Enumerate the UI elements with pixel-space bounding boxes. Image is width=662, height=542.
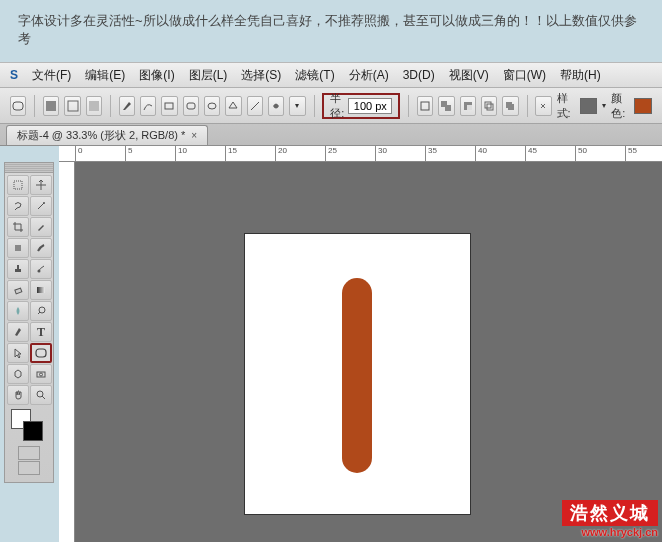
dodge-tool[interactable] [30, 301, 52, 321]
menu-view[interactable]: 视图(V) [449, 67, 489, 84]
rounded-rect-tool[interactable] [30, 343, 52, 363]
healing-tool[interactable] [7, 238, 29, 258]
quickmask-toggle[interactable] [18, 446, 40, 460]
canvas-area[interactable] [75, 162, 662, 542]
close-icon[interactable]: × [191, 130, 197, 141]
blur-tool[interactable] [7, 301, 29, 321]
svg-rect-5 [187, 103, 195, 109]
color-picker[interactable] [5, 407, 53, 445]
menu-select[interactable]: 选择(S) [241, 67, 281, 84]
ruler-tick: 5 [125, 146, 132, 162]
mode-add-icon[interactable] [438, 96, 454, 116]
wand-tool[interactable] [30, 196, 52, 216]
svg-rect-9 [421, 102, 429, 110]
crop-tool[interactable] [7, 217, 29, 237]
tutorial-banner: 字体设计多在灵活性~所以做成什么样全凭自己喜好，不推荐照搬，甚至可以做成三角的！… [0, 0, 662, 62]
lasso-tool[interactable] [7, 196, 29, 216]
menu-3d[interactable]: 3D(D) [403, 68, 435, 82]
line-icon[interactable] [247, 96, 263, 116]
svg-point-19 [43, 202, 45, 204]
svg-rect-23 [37, 287, 45, 293]
hand-tool[interactable] [7, 385, 29, 405]
svg-rect-18 [14, 181, 22, 189]
3d-tool[interactable] [7, 364, 29, 384]
rectangle-icon[interactable] [161, 96, 177, 116]
eyedropper-tool[interactable] [30, 217, 52, 237]
svg-line-25 [38, 312, 40, 314]
svg-point-6 [208, 103, 216, 109]
ruler-tick: 50 [575, 146, 587, 162]
history-brush-tool[interactable] [30, 259, 52, 279]
toolbox-grip[interactable] [5, 163, 53, 173]
mode-exclude-icon[interactable] [502, 96, 518, 116]
shape-dropdown-icon[interactable]: ▾ [289, 96, 305, 116]
rounded-rect-shape[interactable] [342, 278, 372, 473]
menu-filter[interactable]: 滤镜(T) [295, 67, 334, 84]
ellipse-icon[interactable] [204, 96, 220, 116]
menu-analysis[interactable]: 分析(A) [349, 67, 389, 84]
style-label: 样式: [557, 91, 575, 121]
app-logo: S [10, 68, 18, 82]
pen-tool[interactable] [7, 322, 29, 342]
svg-rect-14 [485, 102, 491, 108]
polygon-icon[interactable] [225, 96, 241, 116]
screenmode-toggle[interactable] [18, 461, 40, 475]
tab-title: 标题-4 @ 33.3% (形状 2, RGB/8) * [17, 128, 185, 143]
link-icon[interactable] [535, 96, 551, 116]
toolbox: T [4, 162, 54, 483]
svg-rect-20 [15, 245, 21, 251]
path-select-tool[interactable] [7, 343, 29, 363]
type-tool[interactable]: T [30, 322, 52, 342]
freeform-pen-icon[interactable] [140, 96, 156, 116]
svg-rect-0 [13, 102, 23, 110]
pen-icon[interactable] [119, 96, 135, 116]
3d-camera-tool[interactable] [30, 364, 52, 384]
fill-pixels-icon[interactable] [86, 96, 102, 116]
menu-edit[interactable]: 编辑(E) [85, 67, 125, 84]
style-dropdown-icon[interactable]: ▾ [602, 101, 606, 110]
mode-subtract-icon[interactable] [460, 96, 476, 116]
svg-rect-26 [36, 349, 46, 357]
tool-preset-icon[interactable] [10, 96, 26, 116]
menu-file[interactable]: 文件(F) [32, 67, 71, 84]
background-color[interactable] [23, 421, 43, 441]
ruler-tick: 35 [425, 146, 437, 162]
menu-help[interactable]: 帮助(H) [560, 67, 601, 84]
watermark: 浩然义城 www.hryckj.cn [562, 500, 658, 538]
menu-layer[interactable]: 图层(L) [189, 67, 228, 84]
svg-rect-3 [89, 101, 99, 111]
ruler-vertical [59, 162, 75, 542]
rounded-rect-icon[interactable] [183, 96, 199, 116]
stamp-tool[interactable] [7, 259, 29, 279]
brush-tool[interactable] [30, 238, 52, 258]
mode-intersect-icon[interactable] [481, 96, 497, 116]
watermark-title: 浩然义城 [562, 500, 658, 526]
shape-layers-icon[interactable] [43, 96, 59, 116]
custom-shape-icon[interactable] [268, 96, 284, 116]
svg-rect-13 [467, 105, 472, 110]
ruler-tick: 0 [75, 146, 82, 162]
svg-rect-4 [165, 103, 173, 109]
marquee-tool[interactable] [7, 175, 29, 195]
ruler-horizontal: 0510152025303540455055 [59, 146, 662, 162]
menu-image[interactable]: 图像(I) [139, 67, 174, 84]
eraser-tool[interactable] [7, 280, 29, 300]
svg-point-28 [40, 373, 43, 376]
options-bar: ▾ 半径: 样式: ▾ 颜色: [0, 88, 662, 124]
paths-icon[interactable] [64, 96, 80, 116]
zoom-tool[interactable] [30, 385, 52, 405]
gradient-tool[interactable] [30, 280, 52, 300]
move-tool[interactable] [30, 175, 52, 195]
svg-point-21 [38, 270, 41, 273]
radius-input[interactable] [348, 98, 392, 114]
document-tab[interactable]: 标题-4 @ 33.3% (形状 2, RGB/8) * × [6, 125, 208, 145]
svg-rect-15 [487, 104, 493, 110]
style-swatch[interactable] [580, 98, 598, 114]
ruler-tick: 25 [325, 146, 337, 162]
color-swatch[interactable] [634, 98, 652, 114]
svg-marker-7 [229, 102, 237, 108]
watermark-url: www.hryckj.cn [562, 526, 658, 538]
menu-window[interactable]: 窗口(W) [503, 67, 546, 84]
canvas[interactable] [245, 234, 470, 514]
mode-new-icon[interactable] [417, 96, 433, 116]
